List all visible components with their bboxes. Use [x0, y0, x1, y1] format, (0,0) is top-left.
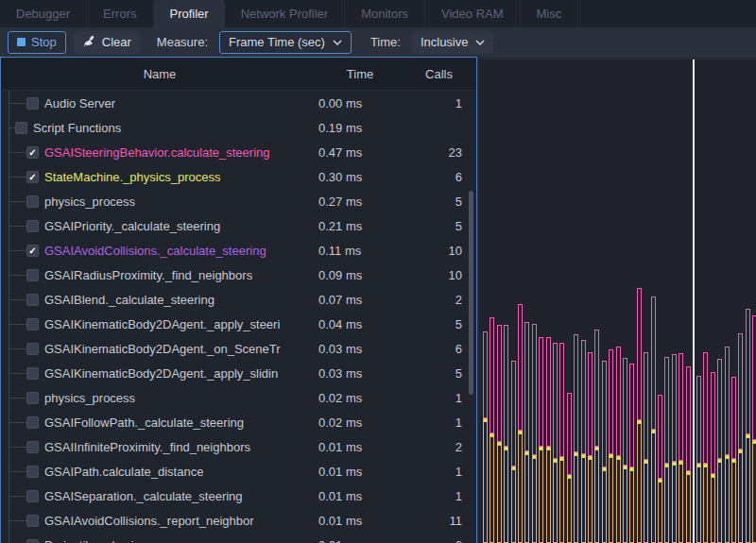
- graph-bar-pink: [616, 347, 621, 456]
- stop-button-label: Stop: [31, 35, 57, 49]
- row-checkbox[interactable]: [26, 416, 39, 429]
- graph-bar-pink: [588, 352, 593, 456]
- table-row[interactable]: GSAIKinematicBody2DAgent._on_SceneTr0.03…: [1, 336, 476, 361]
- profiler-function-table: Name Time Calls Audio Server0.00 ms1Scri…: [0, 57, 477, 543]
- time-dropdown[interactable]: Inclusive: [412, 31, 494, 54]
- graph-bar-pink: [623, 358, 627, 466]
- tab-network-profiler[interactable]: Network Profiler: [225, 0, 345, 27]
- table-scrollbar-thumb[interactable]: [469, 191, 473, 395]
- row-checkbox[interactable]: [26, 294, 39, 306]
- table-row[interactable]: Audio Server0.00 ms1: [1, 91, 476, 115]
- table-row[interactable]: GSAIKinematicBody2DAgent._apply_steeri0.…: [1, 312, 476, 336]
- row-calls: 1: [402, 489, 476, 503]
- row-function-name: GSAIRadiusProximity._find_neighbors: [44, 268, 252, 282]
- row-checkbox[interactable]: [26, 515, 39, 527]
- graph-bar-pink: [581, 340, 586, 454]
- row-function-name: StateMachine._physics_process: [44, 170, 220, 184]
- row-checkbox[interactable]: [26, 466, 39, 478]
- tab-debugger[interactable]: Debugger: [0, 0, 87, 27]
- table-row[interactable]: GSAISeparation._calculate_steering0.01 m…: [1, 484, 476, 508]
- row-calls: 5: [402, 195, 476, 209]
- row-checkbox-checked[interactable]: ✓: [26, 171, 39, 183]
- table-row[interactable]: GSAIAvoidCollisions._report_neighbor0.01…: [1, 508, 476, 533]
- table-row[interactable]: physics_process0.02 ms1: [1, 385, 476, 410]
- profiler-graph[interactable]: [479, 59, 756, 543]
- row-checkbox[interactable]: [26, 367, 39, 380]
- graph-bar-pink: [539, 337, 543, 447]
- table-row[interactable]: GSAIKinematicBody2DAgent._apply_slidin0.…: [1, 361, 476, 385]
- row-checkbox[interactable]: [26, 97, 39, 110]
- column-header-name[interactable]: Name: [1, 67, 318, 81]
- row-function-name: GSAIFollowPath._calculate_steering: [44, 416, 244, 430]
- table-row[interactable]: physics_process0.27 ms5: [1, 189, 476, 213]
- table-row[interactable]: GSAIFollowPath._calculate_steering0.02 m…: [1, 410, 476, 434]
- graph-bar-pink: [532, 324, 537, 455]
- row-function-name: GSAISteeringBehavior.calculate_steering: [44, 145, 269, 160]
- tree-branch-line: [9, 299, 26, 300]
- graph-bar-pink: [746, 309, 750, 434]
- tab-errors[interactable]: Errors: [87, 0, 153, 27]
- tree-branch-line: [9, 103, 26, 104]
- graph-bar-tan: [752, 444, 756, 543]
- graph-bar-tan: [644, 464, 648, 543]
- table-row[interactable]: Script Functions0.19 ms: [1, 115, 476, 140]
- column-header-calls[interactable]: Calls: [402, 67, 476, 81]
- row-checkbox[interactable]: [26, 195, 39, 208]
- graph-frame-cursor[interactable]: [693, 59, 695, 543]
- graph-bar-tan: [616, 460, 621, 543]
- tree-branch-line: [9, 471, 26, 472]
- row-function-name: physics_process: [44, 391, 135, 405]
- row-checkbox[interactable]: [26, 318, 39, 331]
- graph-bar-tan: [574, 456, 578, 543]
- row-checkbox[interactable]: [26, 490, 39, 502]
- row-checkbox[interactable]: [26, 220, 39, 232]
- row-function-name: GSAIAvoidCollisions._report_neighbor: [44, 514, 254, 528]
- row-checkbox-checked[interactable]: ✓: [26, 146, 39, 159]
- profiler-panel: DebuggerErrorsProfilerNetwork ProfilerMo…: [0, 0, 756, 543]
- tree-branch-line: [9, 447, 26, 448]
- graph-bar-pink: [609, 349, 613, 454]
- row-checkbox[interactable]: [15, 122, 27, 134]
- row-time: 0.30 ms: [318, 170, 402, 184]
- table-row[interactable]: ✓StateMachine._physics_process0.30 ms6: [1, 164, 476, 189]
- tab-misc[interactable]: Misc: [521, 0, 579, 27]
- graph-bar-pink: [686, 366, 691, 471]
- profiler-rows: Audio Server0.00 ms1Script Functions0.19…: [1, 91, 476, 543]
- stop-button[interactable]: Stop: [8, 31, 66, 54]
- graph-bar-tan: [637, 424, 642, 543]
- graph-bar-pink: [725, 347, 730, 455]
- column-header-time[interactable]: Time: [318, 67, 402, 81]
- tab-video-ram[interactable]: Video RAM: [425, 0, 521, 27]
- measure-dropdown[interactable]: Frame Time (sec): [219, 31, 352, 54]
- row-function-name: GSAIBlend._calculate_steering: [44, 293, 215, 307]
- table-row[interactable]: GSAIPath.calculate_distance0.01 ms1: [1, 459, 476, 484]
- graph-bar-tan: [588, 460, 593, 543]
- table-row[interactable]: Projectile._physics_process0.01 ms2: [1, 533, 476, 543]
- row-checkbox[interactable]: [26, 392, 39, 404]
- row-checkbox[interactable]: [26, 539, 39, 543]
- row-checkbox-checked[interactable]: ✓: [26, 245, 39, 257]
- row-checkbox[interactable]: [26, 269, 39, 281]
- table-row[interactable]: GSAIRadiusProximity._find_neighbors0.09 …: [1, 263, 476, 287]
- tab-profiler[interactable]: Profiler: [154, 0, 225, 27]
- graph-bar-tan: [581, 458, 586, 543]
- graph-bar-tan: [490, 437, 494, 543]
- table-row[interactable]: ✓GSAIAvoidCollisions._calculate_steering…: [1, 238, 476, 263]
- table-row[interactable]: ✓GSAISteeringBehavior.calculate_steering…: [1, 140, 476, 164]
- tree-branch-line: [9, 250, 26, 251]
- row-calls: 11: [402, 514, 476, 528]
- graph-bar-pink: [629, 364, 634, 467]
- row-checkbox[interactable]: [26, 441, 39, 453]
- tab-monitors[interactable]: Monitors: [345, 0, 425, 27]
- table-row[interactable]: GSAIInfiniteProximity._find_neighbors0.0…: [1, 434, 476, 459]
- row-checkbox[interactable]: [26, 343, 39, 355]
- clear-button[interactable]: Clear: [74, 31, 140, 54]
- tree-branch-line: [9, 520, 26, 521]
- graph-bar-pink: [567, 393, 572, 475]
- table-row[interactable]: GSAIPriority._calculate_steering0.21 ms5: [1, 213, 476, 238]
- row-time: 0.03 ms: [318, 342, 402, 356]
- table-row[interactable]: GSAIBlend._calculate_steering0.07 ms2: [1, 287, 476, 312]
- row-calls: 2: [402, 440, 476, 454]
- graph-bar-tan: [658, 483, 662, 543]
- tree-branch-line: [9, 127, 15, 128]
